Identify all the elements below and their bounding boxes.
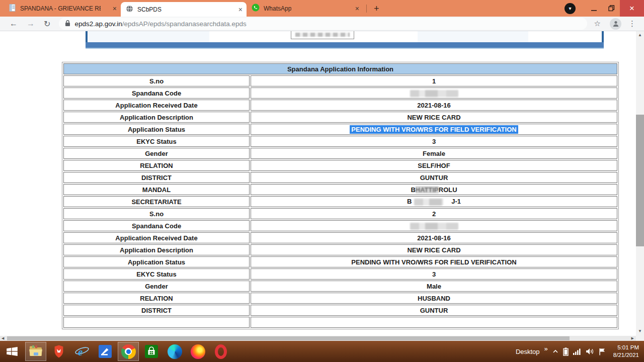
- scroll-down-icon[interactable]: ▼: [636, 329, 644, 333]
- media-controls-icon[interactable]: ▾: [565, 3, 576, 14]
- clock-date: 8/21/2021: [613, 351, 639, 359]
- redacted-button-label: [295, 33, 350, 37]
- restore-button[interactable]: [603, 0, 620, 17]
- flag-icon[interactable]: [599, 348, 606, 355]
- volume-icon[interactable]: [586, 348, 594, 355]
- row-label: Spandana Code: [63, 220, 250, 231]
- profile-avatar[interactable]: [610, 18, 621, 30]
- network-icon[interactable]: [573, 348, 581, 355]
- system-tray: Desktop » 5:01 PM 8/21/2021: [516, 344, 644, 359]
- application-info-table: Spandana Application Information S.no1Sp…: [62, 62, 619, 329]
- redacted-value: [410, 90, 458, 97]
- blurred-search-button[interactable]: [291, 31, 354, 39]
- app-table-body: Spandana Application Information S.no1Sp…: [63, 63, 617, 328]
- brave-taskbar-icon[interactable]: [48, 342, 69, 361]
- row-label: S.no: [63, 208, 250, 219]
- tab-close-icon[interactable]: ×: [355, 5, 359, 12]
- row-label: RELATION: [63, 293, 250, 304]
- minimize-button[interactable]: [586, 0, 603, 17]
- redacted-value: [414, 199, 443, 206]
- new-tab-button[interactable]: +: [370, 4, 383, 14]
- horizontal-scrollbar[interactable]: ◀ ▶: [0, 336, 636, 341]
- tab-spandana-grievance[interactable]: SPANDANA - GRIEVANCE REDRE ×: [4, 0, 121, 17]
- document-favicon: [9, 4, 16, 13]
- battery-icon[interactable]: [563, 347, 569, 356]
- bookmark-star-icon[interactable]: ☆: [592, 19, 606, 28]
- row-value: NEW RICE CARD: [251, 112, 617, 123]
- explorer-taskbar-icon[interactable]: [25, 342, 46, 361]
- scroll-left-icon[interactable]: ◀: [2, 336, 4, 340]
- tab-close-icon[interactable]: ×: [238, 6, 243, 13]
- firefox-taskbar-icon[interactable]: [187, 342, 208, 361]
- row-value: 3: [251, 268, 617, 280]
- desktop-toolbar-label[interactable]: Desktop: [516, 348, 540, 355]
- globe-favicon: [126, 5, 133, 14]
- tab-whatsapp[interactable]: WhatsApp ×: [247, 0, 363, 17]
- url-host: epds2.ap.gov.in: [74, 20, 122, 28]
- taskbar-clock[interactable]: 5:01 PM 8/21/2021: [613, 344, 639, 359]
- tab-close-icon[interactable]: ×: [113, 5, 117, 12]
- row-value: [251, 317, 617, 328]
- row-value: SELF/HOF: [251, 160, 617, 171]
- table-row: EKYC Status3: [63, 268, 617, 280]
- toolbar-overflow-chevron[interactable]: »: [544, 345, 548, 352]
- row-label: Application Received Date: [63, 232, 250, 243]
- ie-taskbar-icon[interactable]: e: [71, 342, 93, 361]
- vertical-scroll-thumb[interactable]: [636, 115, 644, 246]
- row-label: Application Received Date: [63, 100, 250, 111]
- reload-icon[interactable]: ↻: [39, 19, 55, 29]
- vertical-scrollbar[interactable]: ▲ ▼: [636, 31, 644, 336]
- opera-taskbar-icon[interactable]: [210, 342, 231, 361]
- row-value: 2021-08-16: [251, 100, 617, 111]
- store-taskbar-icon[interactable]: [141, 342, 162, 361]
- tab-title: SCbPDS: [137, 6, 233, 13]
- address-bar[interactable]: epds2.ap.gov.in/epdsAP/epds/spandanasear…: [59, 18, 587, 30]
- table-row: GenderFemale: [63, 148, 617, 159]
- row-label: Application Status: [63, 124, 250, 135]
- row-label: EKYC Status: [63, 136, 250, 147]
- scanner-taskbar-icon[interactable]: [95, 342, 116, 361]
- page-viewport: Spandana Application Information S.no1Sp…: [0, 31, 644, 341]
- row-value: Female: [251, 148, 617, 159]
- table-row: Application DescriptionNEW RICE CARD: [63, 112, 617, 123]
- chrome-taskbar-icon[interactable]: [118, 342, 139, 361]
- lock-icon: [65, 20, 70, 28]
- edge-taskbar-icon[interactable]: [164, 342, 185, 361]
- table-row: SECRETARIATEBJ-1: [63, 196, 617, 207]
- menu-kebab-icon[interactable]: ⋮: [625, 19, 639, 28]
- table-row: Spandana Code: [63, 220, 617, 231]
- row-value: PENDING WITH VRO/WRS FOR FIELD VERIFICAT…: [251, 124, 617, 135]
- scroll-right-icon[interactable]: ▶: [631, 336, 634, 340]
- form-stripe: [89, 31, 209, 42]
- url-path: /epdsAP/epds/spandanasearchdata.epds: [122, 20, 247, 28]
- row-label: SECRETARIATE: [63, 196, 250, 207]
- scroll-up-icon[interactable]: ▲: [636, 33, 644, 37]
- row-label: Gender: [63, 148, 250, 159]
- tab-scbpds[interactable]: SCbPDS ×: [121, 2, 247, 17]
- table-row: MANDALBHATTIPROLU: [63, 184, 617, 195]
- back-icon[interactable]: ←: [5, 19, 22, 28]
- start-taskbar-icon[interactable]: [0, 341, 24, 362]
- horizontal-scroll-thumb[interactable]: [7, 336, 570, 340]
- table-row: Application StatusPENDING WITH VRO/WRS F…: [63, 256, 617, 267]
- row-value: BHATTIPROLU: [251, 184, 617, 195]
- chevron-up-icon[interactable]: [552, 349, 558, 354]
- forward-icon[interactable]: →: [22, 19, 39, 28]
- row-label: Application Status: [63, 256, 250, 267]
- scrollbar-corner: [636, 336, 644, 341]
- form-footer-bar: [86, 42, 604, 49]
- browser-tab-bar: SPANDANA - GRIEVANCE REDRE × SCbPDS × Wh…: [0, 0, 644, 17]
- table-row: S.no1: [63, 75, 617, 86]
- table-row: RELATIONHUSBAND: [63, 293, 617, 304]
- close-button[interactable]: ×: [620, 0, 644, 17]
- row-label: DISTRICT: [63, 305, 250, 316]
- table-row: Application StatusPENDING WITH VRO/WRS F…: [63, 124, 617, 135]
- row-label: MANDAL: [63, 184, 250, 195]
- tab-title: WhatsApp: [264, 5, 291, 12]
- tab-separator: [366, 5, 367, 13]
- row-value: HUSBAND: [251, 293, 617, 304]
- row-label: Application Description: [63, 112, 250, 123]
- row-value: 3: [251, 136, 617, 147]
- row-value: 2021-08-16: [251, 232, 617, 243]
- table-row: DISTRICTGUNTUR: [63, 172, 617, 183]
